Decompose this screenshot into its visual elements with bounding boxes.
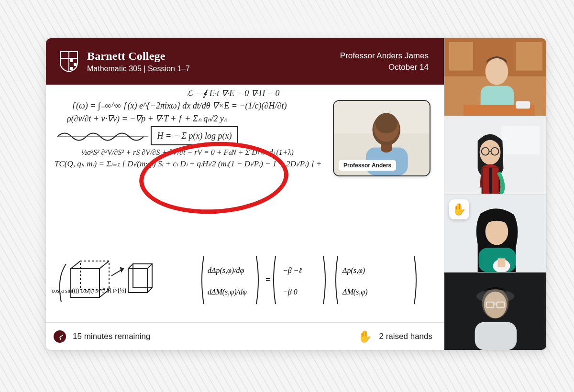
svg-point-38 [480, 140, 501, 165]
svg-rect-41 [492, 168, 499, 194]
raised-hand-icon: ✋ [358, 331, 372, 342]
participant-thumb[interactable]: ✋ [444, 194, 546, 272]
svg-text:dΔp(s,φ)/dφ: dΔp(s,φ)/dφ [208, 266, 244, 275]
svg-text:dΔM(s,φ)/dφ: dΔM(s,φ)/dφ [208, 288, 247, 296]
clock-icon [54, 330, 66, 343]
time-remaining-text: 15 minutes remaining [73, 332, 151, 341]
presenter-label: Professor Anders [339, 160, 396, 171]
equation-line: ℒ = ∮ E·t ∇·E = 0 ∇·H = 0 [187, 87, 437, 99]
main-column: Barnett College Mathematic 305 | Session… [46, 38, 444, 350]
svg-line-9 [128, 264, 133, 269]
raised-hands-text: 2 raised hands [379, 332, 432, 341]
professor-name: Professor Anders James [340, 51, 429, 61]
svg-marker-12 [121, 268, 123, 272]
svg-rect-30 [516, 42, 542, 71]
svg-rect-49 [497, 258, 505, 267]
presenter-video[interactable]: Professor Anders [333, 100, 430, 176]
svg-rect-34 [516, 101, 530, 109]
session-date: October 14 [340, 63, 429, 72]
session-window: Barnett College Mathematic 305 | Session… [46, 38, 546, 350]
shared-whiteboard[interactable]: ℒ = ∮ E·t ∇·E = 0 ∇·H = 0 ƒ(ω) = ∫₋∞^∞ ƒ… [46, 85, 444, 322]
raised-hand-badge: ✋ [449, 199, 469, 219]
boxed-equation: H = − Σ p(x) log p(x) [151, 126, 239, 145]
diagram-cube-sketch: cos(a sin(t)) cos(t) 5γ²ℐ ℜ t^{½} [52, 250, 162, 316]
matrix-equation: dΔp(s,φ)/dφ dΔM(s,φ)/dφ = −β −ℓ −β 0 Δp(… [199, 251, 429, 309]
svg-rect-3 [74, 63, 77, 66]
svg-text:cos(a sin(t)) cos(t)   5γ²ℐ   : cos(a sin(t)) cos(t) 5γ²ℐ ℜ t^{½} [52, 287, 127, 294]
session-header: Barnett College Mathematic 305 | Session… [46, 38, 444, 85]
svg-text:Δp(s,φ): Δp(s,φ) [342, 266, 365, 275]
svg-text:−β  −ℓ: −β −ℓ [283, 266, 302, 275]
svg-rect-2 [70, 59, 73, 62]
college-name: Barnett College [87, 50, 331, 63]
svg-rect-56 [475, 322, 517, 350]
svg-point-57 [476, 290, 515, 303]
header-right: Professor Anders James October 14 [340, 51, 429, 72]
svg-line-11 [147, 288, 152, 293]
svg-rect-4 [70, 67, 73, 70]
participant-thumb[interactable] [444, 38, 546, 116]
svg-line-10 [147, 264, 152, 269]
svg-text:=: = [265, 275, 271, 284]
svg-line-6 [71, 261, 80, 269]
participant-thumb[interactable] [444, 272, 546, 350]
participants-sidebar: ✋ [444, 38, 546, 350]
svg-text:ΔM(s,φ): ΔM(s,φ) [342, 288, 367, 296]
svg-rect-29 [449, 42, 473, 71]
college-shield-icon [59, 51, 78, 73]
session-footer: 15 minutes remaining ✋ 2 raised hands [46, 322, 444, 350]
svg-rect-40 [483, 168, 489, 194]
svg-point-25 [375, 113, 397, 133]
svg-point-31 [486, 58, 508, 85]
svg-text:−β   0: −β 0 [283, 288, 298, 296]
course-line: Mathematic 305 | Session 1–7 [87, 65, 331, 73]
svg-line-7 [99, 261, 109, 269]
header-left: Barnett College Mathematic 305 | Session… [87, 50, 331, 73]
svg-rect-36 [501, 126, 540, 154]
participant-thumb[interactable] [444, 116, 546, 194]
